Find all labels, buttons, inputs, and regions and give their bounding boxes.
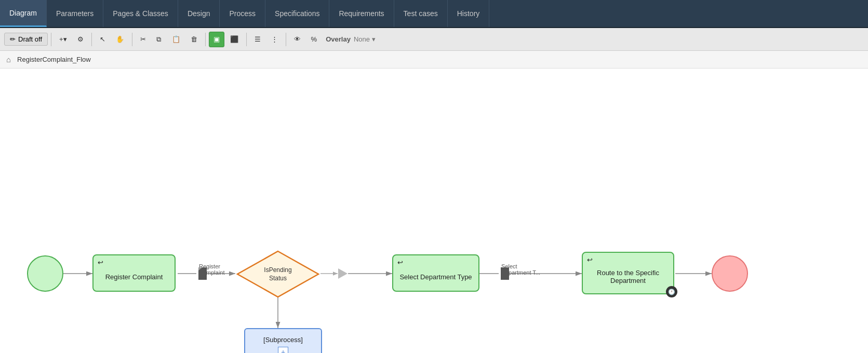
tab-diagram[interactable]: Diagram <box>0 0 47 27</box>
rows-icon: ⋮ <box>271 35 278 43</box>
copy-icon: ⧉ <box>156 35 161 44</box>
percent-button[interactable]: % <box>306 32 322 47</box>
columns-button[interactable]: ☰ <box>250 32 265 47</box>
diamond-svg: IsPending Status <box>235 249 321 299</box>
clock-icon: 🕐 <box>668 289 675 295</box>
subprocess-expand-button[interactable]: + <box>278 347 288 354</box>
start-node[interactable] <box>27 255 63 292</box>
data-object-2 <box>501 267 509 280</box>
settings-button[interactable]: ⚙ <box>73 32 88 47</box>
end-node[interactable] <box>712 255 748 292</box>
task-icon-register: ↩ <box>98 259 103 266</box>
clock-badge: 🕐 <box>666 286 677 297</box>
percent-icon: % <box>311 35 317 43</box>
diagram-svg: Register Complaint Select Department T..… <box>0 69 868 353</box>
sep6 <box>286 33 286 46</box>
task-icon-route: ↩ <box>587 256 593 264</box>
svg-text:IsPending: IsPending <box>264 266 291 274</box>
plus-icon: +▾ <box>59 35 67 43</box>
copy-button[interactable]: ⧉ <box>152 32 166 47</box>
select-button[interactable]: ↖ <box>95 32 110 47</box>
sep1 <box>51 33 51 46</box>
overlay-dropdown[interactable]: None ▾ <box>354 35 376 43</box>
is-pending-status-node[interactable]: IsPending Status <box>235 249 321 301</box>
hand-button[interactable]: ✋ <box>111 32 129 47</box>
subprocess-label: [Subprocess] <box>263 336 303 344</box>
fit-all-icon: ⬛ <box>230 35 238 43</box>
register-complaint-label: Register Complaint <box>105 266 163 281</box>
sep2 <box>91 33 92 46</box>
fit-selected-button[interactable]: ▣ <box>209 32 224 47</box>
route-to-specific-label: Route to the Specific Department <box>589 262 667 284</box>
select-department-type-node[interactable]: ↩ Select Department Type <box>392 254 479 292</box>
task-icon-select: ↩ <box>397 259 403 266</box>
arrow-icon: ↖ <box>100 35 105 43</box>
draft-label: Draft off <box>18 35 42 43</box>
draft-off-button[interactable]: ✏ Draft off <box>4 33 48 46</box>
select-department-label: Select Department Type <box>399 266 472 281</box>
fit-icon: ▣ <box>213 35 220 43</box>
svg-marker-17 <box>338 268 348 279</box>
tab-requirements[interactable]: Requirements <box>329 0 394 27</box>
nav-bar: Diagram Parameters Pages & Classes Desig… <box>0 0 868 28</box>
tab-process[interactable]: Process <box>220 0 265 27</box>
overlay-label: Overlay <box>326 35 351 43</box>
sep4 <box>205 33 206 46</box>
add-button[interactable]: +▾ <box>55 32 72 47</box>
home-icon[interactable]: ⌂ <box>6 55 11 64</box>
breadcrumb: ⌂ RegisterComplaint_Flow <box>0 51 868 69</box>
rows-button[interactable]: ⋮ <box>266 32 283 47</box>
tab-pages-classes[interactable]: Pages & Classes <box>103 0 178 27</box>
eye-icon: 👁 <box>294 35 301 43</box>
cut-button[interactable]: ✂ <box>136 32 151 47</box>
tab-specifications[interactable]: Specifications <box>265 0 329 27</box>
paste-button[interactable]: 📋 <box>167 32 185 47</box>
trash-icon: 🗑 <box>191 35 197 43</box>
breadcrumb-path: RegisterComplaint_Flow <box>17 56 91 63</box>
eye-button[interactable]: 👁 <box>289 32 305 47</box>
tab-history[interactable]: History <box>448 0 490 27</box>
scissors-icon: ✂ <box>140 35 146 43</box>
tab-test-cases[interactable]: Test cases <box>394 0 448 27</box>
fit-all-button[interactable]: ⬛ <box>225 32 243 47</box>
paste-icon: 📋 <box>172 35 180 43</box>
route-to-specific-node[interactable]: ↩ Route to the Specific Department 🕐 <box>582 252 674 294</box>
diagram-canvas[interactable]: Register Complaint Select Department T..… <box>0 69 868 353</box>
sep3 <box>132 33 132 46</box>
gate-right <box>338 268 348 279</box>
draft-pencil-icon: ✏ <box>10 35 16 43</box>
svg-marker-14 <box>237 251 318 297</box>
gear-icon: ⚙ <box>77 35 84 43</box>
subprocess-node[interactable]: [Subprocess] + <box>244 328 322 353</box>
hand-icon: ✋ <box>116 35 124 43</box>
chevron-down-icon: ▾ <box>372 35 376 43</box>
delete-button[interactable]: 🗑 <box>186 32 202 47</box>
toolbar: ✏ Draft off +▾ ⚙ ↖ ✋ ✂ ⧉ 📋 🗑 ▣ ⬛ ☰ ⋮ 👁 <box>0 28 868 51</box>
register-complaint-node[interactable]: ↩ Register Complaint <box>92 254 176 292</box>
tab-parameters[interactable]: Parameters <box>47 0 103 27</box>
sep5 <box>246 33 247 46</box>
svg-text:Status: Status <box>269 275 287 282</box>
tab-design[interactable]: Design <box>178 0 220 27</box>
columns-icon: ☰ <box>255 35 261 43</box>
data-object-1 <box>198 267 207 280</box>
